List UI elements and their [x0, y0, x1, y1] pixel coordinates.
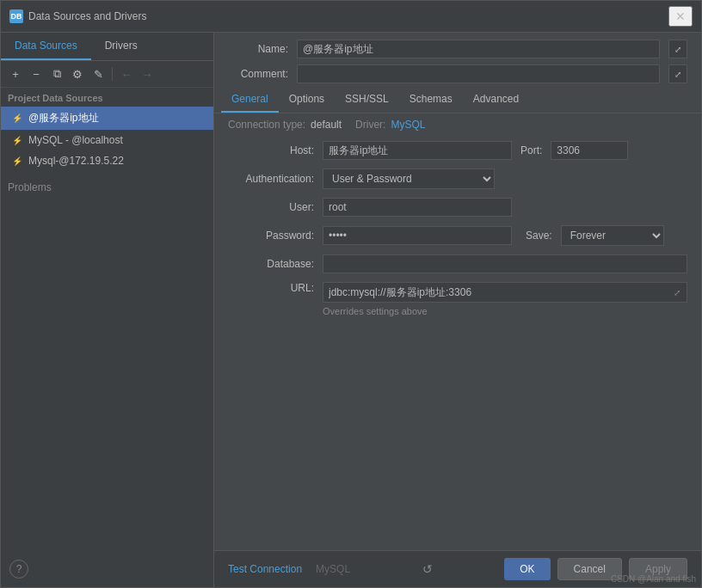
- auth-select[interactable]: User & Password No auth LDAP: [323, 168, 495, 189]
- mysql-label: MySQL: [316, 563, 350, 575]
- url-input[interactable]: [323, 284, 668, 301]
- name-expand-button[interactable]: ⤢: [668, 40, 687, 58]
- name-input[interactable]: [297, 40, 660, 58]
- url-label: URL:: [228, 282, 314, 294]
- url-input-wrap: ⤢: [323, 282, 687, 303]
- ok-button[interactable]: OK: [504, 558, 550, 580]
- tab-drivers[interactable]: Drivers: [91, 33, 151, 60]
- right-panel: Name: ⤢ Comment: ⤢ General Options SSH/S…: [214, 33, 701, 587]
- datasource-item-3[interactable]: ⚡ Mysql-@172.19.5.22: [1, 150, 213, 171]
- datasource-label-3: Mysql-@172.19.5.22: [28, 155, 124, 167]
- tab-data-sources[interactable]: Data Sources: [1, 33, 91, 60]
- add-button[interactable]: +: [6, 64, 25, 83]
- comment-row: Comment: ⤢: [214, 62, 701, 87]
- host-port-row: Host: Port:: [228, 141, 687, 160]
- port-input[interactable]: [551, 141, 628, 160]
- port-label: Port:: [520, 144, 542, 156]
- database-label: Database:: [228, 258, 314, 270]
- user-label: User:: [228, 201, 314, 213]
- driver-value[interactable]: MySQL: [391, 119, 425, 131]
- url-row: URL: ⤢: [228, 282, 687, 303]
- comment-input[interactable]: [297, 64, 660, 83]
- auth-row: Authentication: User & Password No auth …: [228, 168, 687, 189]
- dialog-title: Data Sources and Drivers: [28, 10, 146, 22]
- close-button[interactable]: ✕: [668, 6, 693, 27]
- tab-advanced[interactable]: Advanced: [463, 87, 529, 113]
- settings-button[interactable]: ⚙: [68, 64, 87, 83]
- save-select[interactable]: Forever Until restart Never: [561, 225, 664, 246]
- tab-options[interactable]: Options: [279, 87, 335, 113]
- copy-button[interactable]: ⧉: [47, 64, 66, 83]
- host-label: Host:: [228, 144, 314, 156]
- password-row: Password: Save: Forever Until restart Ne…: [228, 225, 687, 246]
- driver-label: Driver:: [355, 119, 385, 131]
- comment-expand-button[interactable]: ⤢: [668, 64, 687, 83]
- override-hint: Overrides settings above: [323, 306, 687, 316]
- password-label: Password:: [228, 230, 314, 242]
- edit-button[interactable]: ✎: [89, 64, 108, 83]
- url-expand-button[interactable]: ⤢: [668, 283, 687, 302]
- watermark: CSDN @Alan and fish: [611, 574, 696, 584]
- user-row: User:: [228, 198, 687, 217]
- datasource-label-1: @服务器ip地址: [28, 111, 99, 126]
- main-content: Data Sources Drivers + − ⧉ ⚙ ✎ ← → Proje…: [1, 33, 701, 587]
- auth-label: Authentication:: [228, 173, 314, 185]
- section-label: Project Data Sources: [1, 88, 213, 107]
- datasource-icon-1: ⚡: [11, 113, 23, 125]
- app-icon: DB: [9, 9, 23, 23]
- conn-type-label: Connection type:: [228, 119, 305, 131]
- reset-button[interactable]: ↺: [417, 560, 438, 578]
- password-input[interactable]: [323, 226, 512, 245]
- name-label: Name:: [228, 43, 288, 55]
- left-toolbar: + − ⧉ ⚙ ✎ ← →: [1, 61, 213, 88]
- datasource-icon-3: ⚡: [11, 155, 23, 167]
- top-tabs: Data Sources Drivers: [1, 33, 213, 61]
- form-area: Host: Port: Authentication: User & Passw…: [214, 136, 701, 550]
- problems-section: Problems: [1, 175, 213, 200]
- bottom-left: Test Connection MySQL: [228, 563, 350, 575]
- conn-type-row: Connection type: default Driver: MySQL: [214, 113, 701, 136]
- next-button[interactable]: →: [138, 64, 157, 83]
- left-panel: Data Sources Drivers + − ⧉ ⚙ ✎ ← → Proje…: [1, 33, 214, 587]
- tab-schemas[interactable]: Schemas: [399, 87, 463, 113]
- title-bar: DB Data Sources and Drivers ✕: [1, 1, 701, 33]
- comment-label: Comment:: [228, 68, 288, 80]
- database-input[interactable]: [323, 254, 687, 273]
- test-connection-button[interactable]: Test Connection: [228, 563, 302, 575]
- tab-general[interactable]: General: [221, 87, 279, 113]
- remove-button[interactable]: −: [27, 64, 46, 83]
- dialog: DB Data Sources and Drivers ✕ Data Sourc…: [0, 0, 702, 588]
- host-input[interactable]: [323, 141, 512, 160]
- datasource-icon-2: ⚡: [11, 134, 23, 146]
- save-label: Save:: [526, 230, 552, 242]
- conn-type-value: default: [311, 119, 342, 131]
- user-input[interactable]: [323, 198, 512, 217]
- datasource-label-2: MySQL - @localhost: [28, 134, 123, 146]
- prev-button[interactable]: ←: [117, 64, 136, 83]
- help-button[interactable]: ?: [9, 560, 28, 579]
- title-bar-left: DB Data Sources and Drivers: [9, 9, 146, 23]
- tab-ssh-ssl[interactable]: SSH/SSL: [335, 87, 399, 113]
- name-row: Name: ⤢: [214, 33, 701, 62]
- config-tabs: General Options SSH/SSL Schemas Advanced: [214, 87, 701, 113]
- datasource-item-2[interactable]: ⚡ MySQL - @localhost: [1, 130, 213, 150]
- database-row: Database:: [228, 254, 687, 273]
- toolbar-separator: [112, 67, 113, 81]
- datasource-item-1[interactable]: ⚡ @服务器ip地址: [1, 107, 213, 130]
